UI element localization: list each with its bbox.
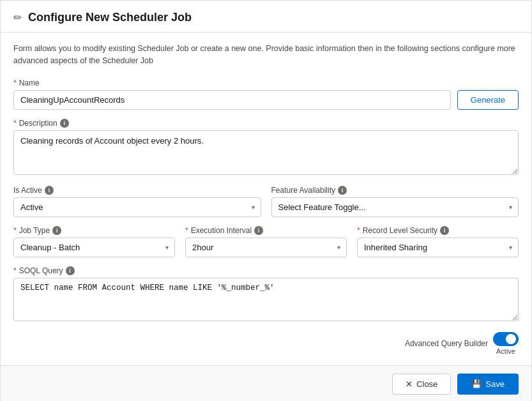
close-button[interactable]: ✕ Close bbox=[392, 374, 451, 395]
is-active-select[interactable]: Active Inactive bbox=[13, 197, 261, 217]
execution-interval-group: * Execution Interval i 1hour 2hour 4hour… bbox=[185, 226, 347, 257]
name-input[interactable] bbox=[13, 90, 451, 110]
execution-interval-info-icon[interactable]: i bbox=[254, 226, 263, 235]
save-button[interactable]: 💾 Save bbox=[457, 374, 519, 395]
is-active-info-icon[interactable]: i bbox=[45, 186, 54, 195]
description-info-icon[interactable]: i bbox=[60, 119, 69, 128]
advanced-query-builder-label: Advanced Query Builder bbox=[405, 339, 488, 348]
advanced-query-row: Advanced Query Builder Active bbox=[13, 332, 519, 355]
soql-section: * SOQL Query i SELECT name FROM Account … bbox=[13, 266, 519, 323]
soql-required-star: * bbox=[13, 266, 17, 275]
description-label: * Description i bbox=[13, 119, 519, 128]
job-type-group: * Job Type i Cleanup - Batch Cleanup - Q… bbox=[13, 226, 175, 257]
pencil-icon: ✏ bbox=[13, 11, 22, 24]
rls-select[interactable]: Inherited Sharing Without Sharing With S… bbox=[357, 238, 519, 257]
modal-header: ✏ Configure New Scheduler Job bbox=[1, 1, 531, 33]
toggle-active-label: Active bbox=[496, 347, 515, 355]
rls-required-star: * bbox=[357, 226, 360, 235]
record-level-security-group: * Record Level Security i Inherited Shar… bbox=[357, 226, 519, 257]
is-active-select-wrapper: Active Inactive ▾ bbox=[13, 197, 261, 217]
execution-interval-select[interactable]: 1hour 2hour 4hour 8hour 12hour 24hour bbox=[185, 238, 347, 257]
is-active-group: Is Active i Active Inactive ▾ bbox=[13, 186, 261, 217]
rls-select-wrapper: Inherited Sharing Without Sharing With S… bbox=[357, 238, 519, 257]
job-execution-security-row: * Job Type i Cleanup - Batch Cleanup - Q… bbox=[13, 226, 519, 257]
form-description: Form allows you to modify existing Sched… bbox=[13, 43, 519, 67]
name-group: * Name bbox=[13, 79, 451, 110]
name-required-star: * bbox=[13, 79, 17, 87]
job-type-required-star: * bbox=[13, 226, 17, 235]
toggle-wrapper: Active bbox=[493, 332, 519, 355]
name-row: * Name Generate bbox=[13, 79, 519, 110]
job-type-label: * Job Type i bbox=[13, 226, 175, 235]
feature-availability-select[interactable]: Select Feature Toggle... bbox=[271, 197, 519, 217]
execution-interval-select-wrapper: 1hour 2hour 4hour 8hour 12hour 24hour ▾ bbox=[185, 238, 347, 257]
feature-availability-group: Feature Availability i Select Feature To… bbox=[271, 186, 519, 217]
job-type-info-icon[interactable]: i bbox=[52, 226, 61, 235]
toggle-slider bbox=[493, 332, 519, 346]
record-level-security-label: * Record Level Security i bbox=[357, 226, 519, 235]
close-x-icon: ✕ bbox=[406, 379, 413, 389]
save-disk-icon: 💾 bbox=[471, 379, 482, 389]
generate-button[interactable]: Generate bbox=[457, 90, 519, 110]
active-feature-row: Is Active i Active Inactive ▾ Feature Av… bbox=[13, 186, 519, 217]
description-textarea[interactable]: Cleaning records of Account object every… bbox=[13, 130, 519, 175]
modal-title: Configure New Scheduler Job bbox=[28, 11, 192, 24]
feature-availability-select-wrapper: Select Feature Toggle... ▾ bbox=[271, 197, 519, 217]
configure-scheduler-modal: ✏ Configure New Scheduler Job Form allow… bbox=[0, 0, 532, 401]
feature-availability-info-icon[interactable]: i bbox=[338, 186, 347, 195]
soql-textarea[interactable]: SELECT name FROM Account WHERE name LIKE… bbox=[13, 278, 519, 321]
is-active-label: Is Active i bbox=[13, 186, 261, 195]
job-type-select[interactable]: Cleanup - Batch Cleanup - Queueable bbox=[13, 238, 175, 257]
job-type-select-wrapper: Cleanup - Batch Cleanup - Queueable ▾ bbox=[13, 238, 175, 257]
description-section: * Description i Cleaning records of Acco… bbox=[13, 119, 519, 177]
rls-info-icon[interactable]: i bbox=[440, 226, 449, 235]
feature-availability-label: Feature Availability i bbox=[271, 186, 519, 195]
execution-interval-required-star: * bbox=[185, 226, 188, 235]
advanced-query-toggle[interactable] bbox=[493, 332, 519, 346]
desc-required-star: * bbox=[13, 119, 17, 128]
modal-body: Form allows you to modify existing Sched… bbox=[1, 33, 531, 365]
modal-footer: ✕ Close 💾 Save bbox=[1, 365, 531, 402]
soql-label: * SOQL Query i bbox=[13, 266, 519, 275]
execution-interval-label: * Execution Interval i bbox=[185, 226, 347, 235]
soql-info-icon[interactable]: i bbox=[66, 266, 75, 275]
name-label: * Name bbox=[13, 79, 451, 87]
